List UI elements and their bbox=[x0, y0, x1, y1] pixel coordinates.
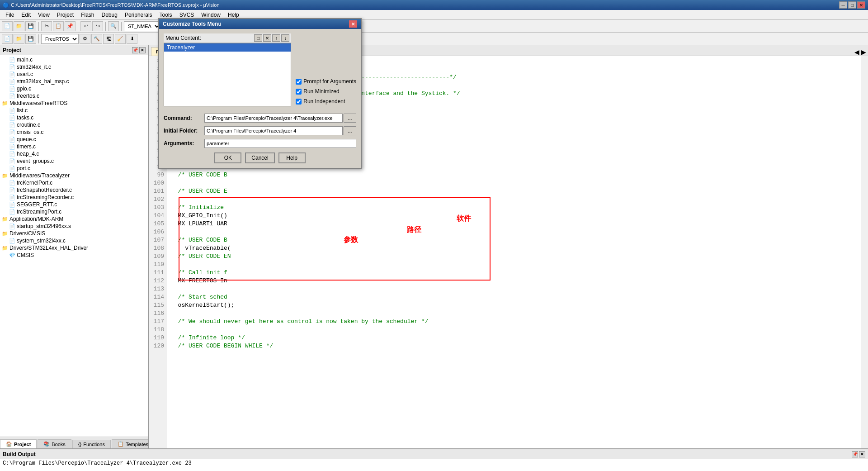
menu-help[interactable]: Help bbox=[224, 11, 243, 19]
run-minimized-checkbox[interactable] bbox=[296, 89, 302, 95]
tb-copy[interactable]: 📋 bbox=[53, 21, 64, 31]
arguments-row: Arguments: bbox=[164, 139, 356, 148]
tb-new[interactable]: 📄 bbox=[2, 21, 13, 31]
build-close-button[interactable]: ✕ bbox=[859, 451, 865, 457]
tb-redo[interactable]: ↪ bbox=[92, 21, 103, 31]
tab-templates[interactable]: 📋 Templates bbox=[112, 439, 149, 448]
config-dropdown[interactable]: FreeRTOS bbox=[41, 34, 79, 44]
initial-folder-input[interactable] bbox=[204, 126, 343, 135]
file-icon: 📄 bbox=[9, 122, 15, 128]
menu-window[interactable]: Window bbox=[198, 11, 224, 19]
file-icon: 📄 bbox=[9, 209, 15, 215]
menu-tools[interactable]: Tools bbox=[156, 11, 176, 19]
tree-item-app-mdk[interactable]: 📁 Application/MDK-ARM bbox=[0, 215, 148, 223]
cancel-button[interactable]: Cancel bbox=[245, 152, 274, 163]
tree-item-freertos[interactable]: 📄 freertos.c bbox=[0, 92, 148, 100]
menu-up-button[interactable]: ↑ bbox=[272, 34, 280, 42]
tree-item-croutine[interactable]: 📄 croutine.c bbox=[0, 121, 148, 128]
build-pin-button[interactable]: 📌 bbox=[852, 451, 858, 457]
tb-build1[interactable]: 🔨 bbox=[91, 34, 102, 44]
arguments-input[interactable] bbox=[204, 139, 356, 148]
menu-svcs[interactable]: SVCS bbox=[176, 11, 198, 19]
tree-item-trckernelport[interactable]: 📄 trcKernelPort.c bbox=[0, 179, 148, 186]
tb-paste[interactable]: 📌 bbox=[65, 21, 75, 31]
menu-view[interactable]: View bbox=[34, 11, 53, 19]
tb-build2[interactable]: 🏗 bbox=[103, 34, 114, 44]
tree-item-startup[interactable]: 📄 startup_stm32l496xx.s bbox=[0, 223, 148, 230]
menu-file[interactable]: File bbox=[2, 11, 18, 19]
tree-item-system-stm32l4xx[interactable]: 📄 system_stm32l4xx.c bbox=[0, 237, 148, 244]
run-independent-checkbox[interactable] bbox=[296, 99, 302, 105]
tree-item-segger-rtt[interactable]: 📄 SEGGER_RTT.c bbox=[0, 201, 148, 208]
menu-peripherals[interactable]: Peripherals bbox=[121, 11, 156, 19]
tab-functions[interactable]: {} Functions bbox=[72, 440, 111, 448]
tb-clean[interactable]: 🧹 bbox=[115, 34, 126, 44]
tree-item-gpio[interactable]: 📄 gpio.c bbox=[0, 85, 148, 92]
menu-flash[interactable]: Flash bbox=[77, 11, 98, 19]
initial-folder-browse-button[interactable]: ... bbox=[344, 126, 356, 135]
editor-expand-icon[interactable]: ▶ bbox=[861, 48, 866, 56]
panel-close[interactable]: ✕ bbox=[139, 47, 146, 53]
tb-config[interactable]: ⚙ bbox=[80, 34, 90, 44]
tree-item-list[interactable]: 📄 list.c bbox=[0, 107, 148, 114]
tb-download[interactable]: ⬇ bbox=[127, 34, 137, 44]
close-button[interactable]: ✕ bbox=[857, 1, 865, 9]
tree-item-usart[interactable]: 📄 usart.c bbox=[0, 71, 148, 78]
tb-save[interactable]: 💾 bbox=[25, 21, 36, 31]
menu-project[interactable]: Project bbox=[53, 11, 77, 19]
tab-books[interactable]: 📚 Books bbox=[38, 439, 71, 448]
tree-item-cmsis-os[interactable]: 📄 cmsis_os.c bbox=[0, 128, 148, 136]
tree-item-trcstreaming[interactable]: 📄 trcStreamingRecorder.c bbox=[0, 194, 148, 201]
tree-item-trcstreamingport[interactable]: 📄 trcStreamingPort.c bbox=[0, 208, 148, 215]
tree-item-middlewares-tracealyzer[interactable]: 📁 Middlewares/Tracealyzer bbox=[0, 172, 148, 179]
target-dropdown[interactable]: ST_NMEA bbox=[124, 21, 161, 31]
sep3 bbox=[105, 22, 106, 31]
minimize-button[interactable]: ─ bbox=[839, 1, 847, 9]
editor-scrollbar[interactable] bbox=[861, 56, 868, 448]
panel-pin[interactable]: 📌 bbox=[132, 47, 138, 53]
tb-undo[interactable]: ↩ bbox=[80, 21, 91, 31]
tree-item-mainc[interactable]: 📄 main.c bbox=[0, 56, 148, 63]
prompt-args-checkbox[interactable] bbox=[296, 79, 302, 85]
menu-debug[interactable]: Debug bbox=[98, 11, 121, 19]
menu-delete-button[interactable]: ✕ bbox=[263, 34, 271, 42]
tree-item-event-groups[interactable]: 📄 event_groups.c bbox=[0, 157, 148, 165]
help-button[interactable]: Help bbox=[278, 152, 306, 163]
app-icon: 🔵 bbox=[3, 2, 9, 8]
customize-close-button[interactable]: ✕ bbox=[349, 20, 357, 28]
menu-item-tracealyzer[interactable]: Tracealyzer bbox=[164, 43, 291, 52]
tb-search[interactable]: 🔍 bbox=[108, 21, 119, 31]
tb-cut[interactable]: ✂ bbox=[41, 21, 52, 31]
menu-edit[interactable]: Edit bbox=[18, 11, 34, 19]
tree-item-port[interactable]: 📄 port.c bbox=[0, 165, 148, 172]
tree-item-tasks[interactable]: 📄 tasks.c bbox=[0, 114, 148, 121]
tree-item-stm32l4xx-it[interactable]: 📄 stm32l4xx_it.c bbox=[0, 63, 148, 71]
run-minimized-label: Run Minimized bbox=[303, 88, 339, 95]
project-tree: 📄 main.c 📄 stm32l4xx_it.c 📄 usart.c 📄 st… bbox=[0, 55, 148, 437]
tree-item-trcsnapshot[interactable]: 📄 trcSnapshotRecorder.c bbox=[0, 186, 148, 194]
command-input[interactable] bbox=[204, 114, 343, 123]
editor-collapse-icon[interactable]: ◀ bbox=[854, 48, 859, 56]
tree-item-drivers-hal[interactable]: 📁 Drivers/STM32L4xx_HAL_Driver bbox=[0, 244, 148, 252]
tree-item-drivers-cmsis[interactable]: 📁 Drivers/CMSIS bbox=[0, 230, 148, 237]
tree-item-cmsis[interactable]: 💎 CMSIS bbox=[0, 252, 148, 259]
tb-save2[interactable]: 💾 bbox=[25, 34, 36, 44]
tree-item-queue[interactable]: 📄 queue.c bbox=[0, 136, 148, 143]
tree-item-timers[interactable]: 📄 timers.c bbox=[0, 143, 148, 150]
menu-down-button[interactable]: ↓ bbox=[281, 34, 289, 42]
tb-open2[interactable]: 📁 bbox=[14, 34, 24, 44]
tree-item-hal-msp[interactable]: 📄 stm32l4xx_hal_msp.c bbox=[0, 78, 148, 85]
dialog-buttons: OK Cancel Help bbox=[164, 152, 356, 163]
build-output-text: C:\Program Files\Percepio\Tracealyzer 4\… bbox=[3, 460, 192, 466]
maximize-button[interactable]: □ bbox=[848, 1, 856, 9]
tb-new2[interactable]: 📄 bbox=[2, 34, 13, 44]
tree-item-middlewares-freertos[interactable]: 📁 Middlewares/FreeRTOS bbox=[0, 100, 148, 107]
tree-item-heap4[interactable]: 📄 heap_4.c bbox=[0, 150, 148, 157]
command-browse-button[interactable]: ... bbox=[344, 114, 356, 123]
ok-button[interactable]: OK bbox=[214, 152, 241, 163]
tb-open[interactable]: 📁 bbox=[14, 21, 24, 31]
build-output-content: C:\Program Files\Percepio\Tracealyzer 4\… bbox=[0, 459, 868, 471]
folder-icon: 📁 bbox=[2, 245, 8, 251]
menu-add-button[interactable]: □ bbox=[254, 34, 262, 42]
tab-project[interactable]: 🏠 Project bbox=[0, 439, 37, 448]
